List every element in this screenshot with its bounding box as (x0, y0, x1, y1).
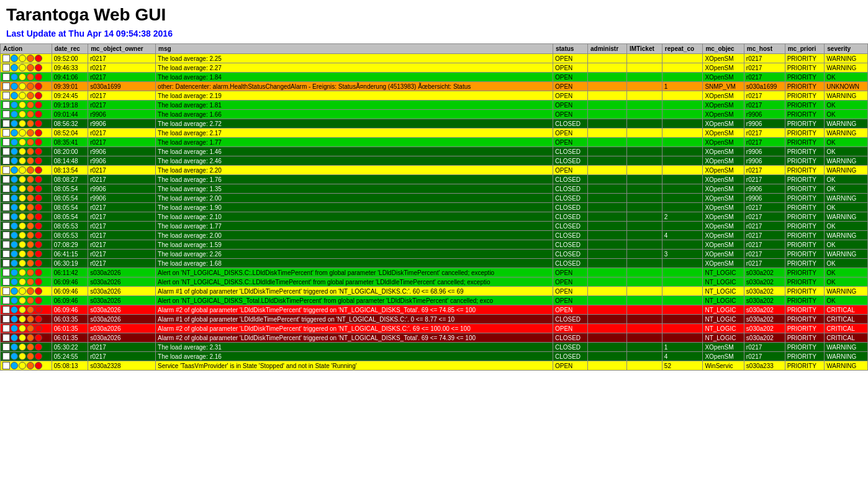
action-icon-3[interactable] (35, 120, 42, 127)
action-icon-1[interactable] (19, 129, 26, 137)
action-icons[interactable] (2, 92, 50, 99)
table-row[interactable]: 09:52:00r0217The load average: 2.25OPENX… (1, 54, 868, 63)
action-icon-1[interactable] (19, 157, 26, 164)
action-icon-2[interactable] (27, 250, 34, 258)
action-cell[interactable] (1, 138, 52, 147)
action-icons[interactable] (2, 250, 50, 258)
action-cell[interactable] (1, 315, 52, 324)
action-icon-1[interactable] (19, 83, 26, 90)
table-row[interactable]: 08:14:48r9906The load average: 2.46CLOSE… (1, 156, 868, 166)
checkbox-icon[interactable] (2, 278, 10, 286)
action-icons[interactable] (2, 194, 50, 202)
action-icon-3[interactable] (35, 83, 42, 90)
action-icon-1[interactable] (19, 101, 26, 109)
checkbox-icon[interactable] (2, 343, 10, 351)
action-icon-2[interactable] (27, 138, 34, 146)
action-icon-2[interactable] (27, 306, 34, 313)
action-cell[interactable] (1, 287, 52, 296)
action-icons[interactable] (2, 166, 50, 174)
action-icon-3[interactable] (35, 222, 42, 230)
action-icons[interactable] (2, 278, 50, 286)
action-cell[interactable] (1, 73, 52, 82)
table-row[interactable]: 08:52:04r0217The load average: 2.17OPENX… (1, 128, 868, 138)
action-icon-2[interactable] (27, 185, 34, 192)
action-cell[interactable] (1, 54, 52, 63)
action-icons[interactable] (2, 353, 50, 360)
table-row[interactable]: 05:24:55r0217The load average: 2.16CLOSE… (1, 352, 868, 361)
checkbox-icon[interactable] (2, 185, 10, 192)
action-icons[interactable] (2, 325, 50, 332)
action-icon-1[interactable] (19, 287, 26, 295)
checkbox-icon[interactable] (2, 129, 10, 137)
action-icons[interactable] (2, 176, 50, 183)
action-cell[interactable] (1, 324, 52, 333)
action-cell[interactable] (1, 343, 52, 352)
action-icon-0[interactable] (11, 110, 18, 118)
action-icon-2[interactable] (27, 241, 34, 248)
action-icon-3[interactable] (35, 297, 42, 304)
action-icon-1[interactable] (19, 138, 26, 146)
action-icon-3[interactable] (35, 129, 42, 137)
action-icon-2[interactable] (27, 194, 34, 202)
action-icons[interactable] (2, 120, 50, 127)
action-icon-2[interactable] (27, 315, 34, 323)
action-icon-0[interactable] (11, 250, 18, 258)
action-icons[interactable] (2, 232, 50, 239)
action-icon-2[interactable] (27, 101, 34, 109)
action-icon-2[interactable] (27, 83, 34, 90)
action-icon-1[interactable] (19, 334, 26, 341)
action-icon-1[interactable] (19, 325, 26, 332)
action-icon-0[interactable] (11, 83, 18, 90)
checkbox-icon[interactable] (2, 110, 10, 118)
action-cell[interactable] (1, 91, 52, 101)
action-icon-1[interactable] (19, 73, 26, 81)
action-icon-1[interactable] (19, 204, 26, 211)
action-icon-0[interactable] (11, 148, 18, 155)
action-icon-2[interactable] (27, 297, 34, 304)
action-icon-1[interactable] (19, 213, 26, 220)
action-icon-0[interactable] (11, 232, 18, 239)
action-icon-1[interactable] (19, 259, 26, 267)
action-icon-3[interactable] (35, 157, 42, 164)
checkbox-icon[interactable] (2, 232, 10, 239)
action-cell[interactable] (1, 166, 52, 175)
checkbox-icon[interactable] (2, 306, 10, 313)
action-icons[interactable] (2, 269, 50, 276)
action-icons[interactable] (2, 64, 50, 71)
table-row[interactable]: 06:41:15r0217The load average: 2.26CLOSE… (1, 250, 868, 259)
action-icon-1[interactable] (19, 241, 26, 248)
action-icon-1[interactable] (19, 55, 26, 62)
action-icon-0[interactable] (11, 101, 18, 109)
action-icon-2[interactable] (27, 157, 34, 164)
checkbox-icon[interactable] (2, 325, 10, 332)
action-icon-1[interactable] (19, 64, 26, 71)
action-icon-0[interactable] (11, 325, 18, 332)
action-icon-1[interactable] (19, 306, 26, 313)
table-row[interactable]: 05:30:22r0217The load average: 2.31CLOSE… (1, 343, 868, 352)
action-icons[interactable] (2, 362, 50, 369)
action-icon-0[interactable] (11, 55, 18, 62)
action-cell[interactable] (1, 63, 52, 73)
action-icon-1[interactable] (19, 148, 26, 155)
action-icon-0[interactable] (11, 315, 18, 323)
action-icon-2[interactable] (27, 110, 34, 118)
action-icons[interactable] (2, 185, 50, 192)
action-icon-0[interactable] (11, 287, 18, 295)
checkbox-icon[interactable] (2, 176, 10, 183)
table-row[interactable]: 06:09:46s030a2026Alert on 'NT_LOGICAL_DI… (1, 296, 868, 305)
action-icon-0[interactable] (11, 73, 18, 81)
action-cell[interactable] (1, 156, 52, 166)
checkbox-icon[interactable] (2, 83, 10, 90)
action-icons[interactable] (2, 334, 50, 341)
table-row[interactable]: 09:01:44r9906The load average: 1.66OPENX… (1, 110, 868, 119)
action-icons[interactable] (2, 241, 50, 248)
action-cell[interactable] (1, 277, 52, 287)
table-row[interactable]: 08:20:00r9906The load average: 1.46CLOSE… (1, 147, 868, 156)
action-icons[interactable] (2, 213, 50, 220)
action-cell[interactable] (1, 128, 52, 138)
action-cell[interactable] (1, 231, 52, 240)
checkbox-icon[interactable] (2, 297, 10, 304)
table-row[interactable]: 08:05:54r0217The load average: 2.10CLOSE… (1, 212, 868, 222)
checkbox-icon[interactable] (2, 92, 10, 99)
checkbox-icon[interactable] (2, 353, 10, 360)
